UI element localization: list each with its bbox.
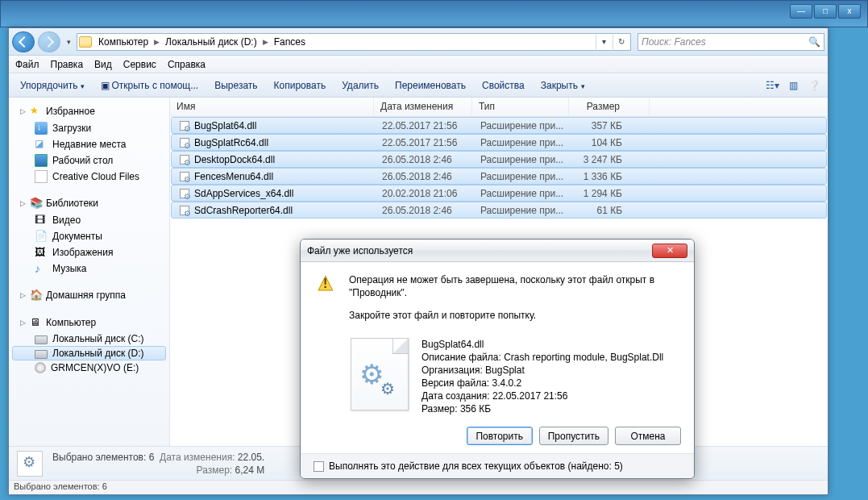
properties-button[interactable]: Свойства [476,78,531,93]
menu-view[interactable]: Вид [94,59,112,70]
file-size: 357 КБ [571,119,651,133]
sidebar-favorites-header[interactable]: ▷Избранное [12,102,166,120]
address-dropdown-button[interactable]: ▾ [596,35,612,49]
file-row[interactable]: DesktopDock64.dll26.05.2018 2:46Расширен… [171,151,827,168]
column-type[interactable]: Тип [472,98,569,116]
sidebar-item-documents[interactable]: Документы [12,228,166,244]
dll-icon [178,204,191,217]
file-row[interactable]: SdAppServices_x64.dll20.02.2018 21:06Рас… [171,185,827,202]
search-input[interactable]: Поиск: Fances 🔍 [638,33,824,51]
search-icon[interactable]: 🔍 [808,36,820,48]
bg-close-button[interactable]: x [838,4,861,19]
download-icon [35,122,48,135]
sidebar-item-music[interactable]: Музыка [12,260,166,277]
file-name: SdCrashReporter64.dll [194,205,293,216]
organize-button[interactable]: Упорядочить [14,78,91,93]
file-name: DesktopDock64.dll [194,154,275,165]
help-button[interactable]: ❔ [805,77,823,94]
breadcrumb-fances[interactable]: Fances [271,36,309,48]
file-date: 26.05.2018 2:46 [376,169,474,184]
address-bar[interactable]: Компьютер ▶ Локальный диск (D:) ▶ Fances… [77,33,631,51]
document-icon [35,230,48,243]
file-name: BugSplat64.dll [422,338,663,351]
dialog-title: Файл уже используется [307,245,413,256]
desktop-icon [35,154,48,167]
sidebar-item-drive-e[interactable]: GRMCEN(X)VO (E:) [12,360,166,375]
column-date[interactable]: Дата изменения [374,98,472,116]
breadcrumb-computer[interactable]: Компьютер [95,36,152,48]
file-row[interactable]: SdCrashReporter64.dll26.05.2018 2:46Расш… [171,202,827,219]
file-row[interactable]: FencesMenu64.dll26.05.2018 2:46Расширени… [171,168,827,185]
selection-count: Выбрано элементов: 6 [52,452,154,463]
file-size: 104 КБ [571,135,651,150]
file-date: 22.05.2017 21:56 [376,135,474,150]
preview-pane-button[interactable]: ▥ [784,77,802,94]
sidebar-item-video[interactable]: Видео [12,212,166,228]
image-icon [35,246,48,259]
column-size[interactable]: Размер [569,98,650,116]
view-options-button[interactable]: ☷▾ [763,77,781,94]
forward-button[interactable] [38,31,60,52]
breadcrumb-drive-d[interactable]: Локальный диск (D:) [162,36,260,48]
cancel-button[interactable]: Отмена [615,427,681,445]
delete-button[interactable]: Удалить [335,78,385,93]
file-row[interactable]: BugSplat64.dll22.05.2017 21:56Расширение… [171,117,827,134]
video-icon [35,214,48,227]
recent-icon [35,138,48,151]
file-type: Расширение при... [474,119,571,133]
file-in-use-dialog: Файл уже используется ✕ Операция не може… [300,239,695,479]
menu-file[interactable]: Файл [15,59,39,70]
menu-edit[interactable]: Правка [51,59,84,70]
bg-maximize-button[interactable]: □ [814,4,837,19]
search-placeholder: Поиск: Fances [642,36,706,48]
file-type: Расширение при... [474,186,571,201]
file-thumbnail: ⚙ ⚙ [351,338,409,410]
file-size: Размер: 356 КБ [422,402,663,415]
sidebar-item-desktop[interactable]: Рабочий стол [12,152,166,169]
menu-tools[interactable]: Сервис [123,59,156,70]
sidebar-item-drive-d[interactable]: Локальный диск (D:) [12,346,166,360]
rename-button[interactable]: Переименовать [388,78,472,93]
sidebar-homegroup-header[interactable]: ▷Домашняя группа [12,286,166,304]
star-icon [30,105,43,118]
folder-icon [79,36,92,48]
sidebar-item-recent[interactable]: Недавние места [12,136,166,152]
nav-history-dropdown[interactable] [64,31,73,52]
open-with-button[interactable]: ▣ Открыть с помощ... [94,78,205,93]
file-type: Расширение при... [474,203,571,218]
music-icon [35,262,48,275]
sidebar-computer-header[interactable]: ▷Компьютер [12,314,166,331]
column-name[interactable]: Имя [170,98,374,116]
chevron-right-icon[interactable]: ▶ [260,38,271,46]
close-button-cmd[interactable]: Закрыть [534,78,592,93]
file-type: Расширение при... [474,135,571,150]
background-window-titlebar: — □ x [0,0,868,27]
sidebar-item-images[interactable]: Изображения [12,244,166,260]
file-row[interactable]: BugSplatRc64.dll22.05.2017 21:56Расширен… [171,134,827,151]
skip-button[interactable]: Пропустить [539,427,608,445]
apply-all-label[interactable]: Выполнять это действие для всех текущих … [329,460,623,472]
menu-help[interactable]: Справка [168,59,206,70]
chevron-right-icon[interactable]: ▶ [152,38,162,46]
sidebar-item-creative-cloud[interactable]: Creative Cloud Files [12,169,166,185]
sidebar-item-drive-c[interactable]: Локальный диск (C:) [12,331,166,346]
copy-button[interactable]: Копировать [268,78,333,93]
cd-icon [35,362,46,373]
gear-icon: ⚙ [380,379,395,398]
apply-all-checkbox[interactable] [314,461,324,472]
dialog-titlebar[interactable]: Файл уже используется ✕ [301,240,694,262]
dialog-message-2: Закройте этот файл и повторите попытку. [349,309,681,322]
file-size: 61 КБ [571,203,651,218]
back-button[interactable] [12,31,35,52]
cut-button[interactable]: Вырезать [208,78,264,93]
bg-minimize-button[interactable]: — [790,4,812,19]
file-type: Расширение при... [474,152,571,167]
refresh-button[interactable]: ↻ [613,35,629,49]
menu-bar: Файл Правка Вид Сервис Справка [9,56,828,73]
sidebar-item-downloads[interactable]: Загрузки [12,120,166,136]
retry-button[interactable]: Повторить [467,427,533,445]
drive-icon [35,350,48,359]
dialog-close-button[interactable]: ✕ [652,244,687,258]
navigation-pane: ▷Избранное Загрузки Недавние места Рабоч… [9,98,170,446]
sidebar-libraries-header[interactable]: ▷Библиотеки [12,194,166,212]
